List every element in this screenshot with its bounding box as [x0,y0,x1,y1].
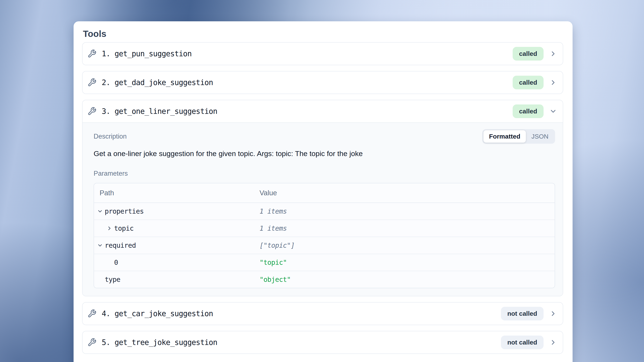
wrench-icon [87,78,96,87]
tool-row-get_tree_joke_suggestion: 5. get_tree_joke_suggestionnot called [82,331,563,354]
chevron-down-icon [549,107,557,115]
tool-name: 4. get_car_joke_suggestion [102,309,213,318]
status-badge: called [513,47,544,60]
status-badge: called [513,76,544,89]
chevron-right-icon [549,50,557,58]
table-row: 0"topic" [94,254,555,271]
path-cell: type [94,276,260,284]
json-toggle-button[interactable]: JSON [526,130,554,143]
tool-row-header[interactable]: 1. get_pun_suggestioncalled [82,43,563,65]
tool-row-header[interactable]: 3. get_one_liner_suggestioncalled [82,100,563,122]
tool-name: 2. get_dad_joke_suggestion [102,78,213,87]
panel-title: Tools [83,29,563,39]
tools-panel: Tools 1. get_pun_suggestioncalled2. get_… [74,21,572,362]
table-header-row: PathValue [94,183,555,203]
tool-row-get_dad_joke_suggestion: 2. get_dad_joke_suggestioncalled [82,71,563,94]
path-value: 1 items [260,207,555,215]
wrench-icon [87,106,96,116]
tool-details: DescriptionFormattedJSONGet a one-liner … [82,122,563,296]
formatted-toggle-button[interactable]: Formatted [484,130,526,143]
status-badge: not called [501,336,544,349]
tool-name: 5. get_tree_joke_suggestion [102,338,217,347]
status-badge: not called [501,307,544,320]
wrench-icon [87,49,96,58]
path-key: required [105,241,136,250]
value-column-header: Value [260,189,555,197]
table-row[interactable]: required["topic"] [94,237,555,254]
tool-description: Get a one-liner joke suggestion for the … [94,149,555,158]
path-key: properties [105,207,144,215]
wrench-icon [87,309,96,318]
path-value: "topic" [260,258,555,266]
parameters-label: Parameters [94,170,555,178]
description-label: Description [94,132,127,140]
tool-row-get_one_liner_suggestion: 3. get_one_liner_suggestioncalledDescrip… [82,100,563,296]
path-key: topic [114,224,134,232]
wrench-icon [87,338,96,347]
chevron-right-icon [549,310,557,318]
path-cell: required [94,241,260,250]
tool-row-header[interactable]: 5. get_tree_joke_suggestionnot called [82,331,563,354]
tool-name: 3. get_one_liner_suggestion [102,107,217,116]
table-row[interactable]: properties1 items [94,203,555,220]
path-value: "object" [260,276,555,284]
path-value: 1 items [260,224,555,232]
parameters-table: PathValueproperties1 itemstopic1 itemsre… [94,183,555,288]
path-cell: topic [94,224,260,232]
chevron-down-icon[interactable] [96,208,104,214]
chevron-down-icon[interactable] [96,242,104,248]
status-badge: called [513,104,544,118]
path-key: type [105,276,120,284]
tool-row-get_car_joke_suggestion: 4. get_car_joke_suggestionnot called [82,302,563,325]
format-toggle: FormattedJSON [482,129,555,144]
table-row: type"object" [94,271,555,288]
table-row[interactable]: topic1 items [94,220,555,237]
path-cell: properties [94,207,260,215]
path-key: 0 [114,258,118,266]
path-column-header: Path [94,189,260,197]
chevron-right-icon [549,338,557,346]
path-cell: 0 [94,258,260,266]
path-value: ["topic"] [260,241,555,250]
tool-list: 1. get_pun_suggestioncalled2. get_dad_jo… [82,42,563,354]
tool-row-get_pun_suggestion: 1. get_pun_suggestioncalled [82,42,563,65]
tool-name: 1. get_pun_suggestion [102,50,192,58]
tool-row-header[interactable]: 4. get_car_joke_suggestionnot called [82,302,563,325]
tool-row-header[interactable]: 2. get_dad_joke_suggestioncalled [82,72,563,94]
detail-header: DescriptionFormattedJSON [94,129,555,144]
chevron-right-icon [549,78,557,86]
chevron-right-icon[interactable] [106,225,113,231]
